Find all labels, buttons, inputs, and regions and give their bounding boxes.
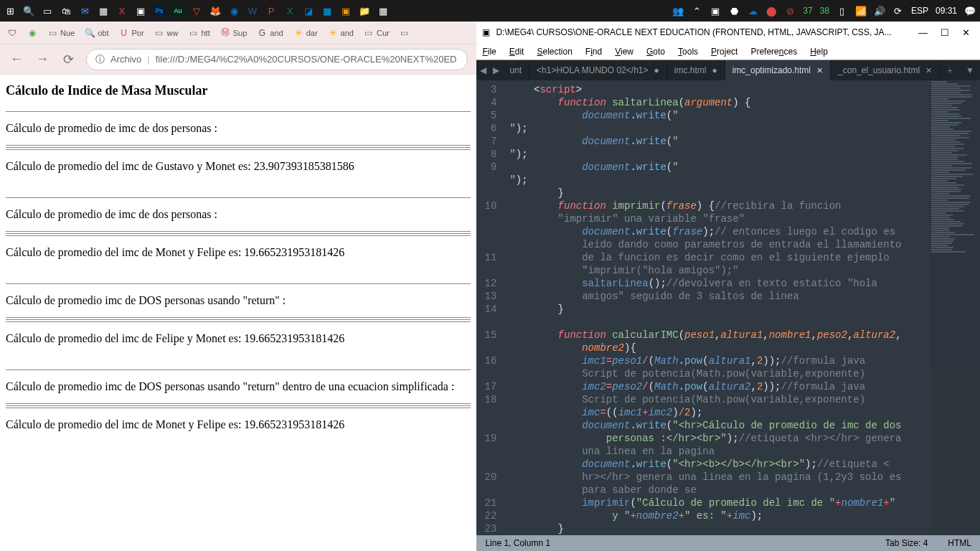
reload-button[interactable]: ⟳	[60, 52, 76, 67]
menu-help[interactable]: Help	[810, 47, 828, 57]
start-icon[interactable]: ⊞	[4, 5, 16, 17]
address-bar[interactable]: ⓘ Archivo | file:///D:/MEG4/%C2%A0%20CUR…	[86, 49, 468, 70]
divider	[6, 405, 471, 406]
language-indicator[interactable]: ESP	[911, 6, 928, 16]
tab-shield[interactable]: 🛡	[3, 24, 22, 42]
info-icon: ⓘ	[95, 53, 105, 66]
maximize-button[interactable]: ☐	[941, 27, 949, 38]
people-icon[interactable]: 👥	[672, 5, 684, 17]
editor-body[interactable]: 3456789 10 11 121314 15 16 1718 19 20 21…	[476, 80, 980, 535]
close-button[interactable]: ✕	[962, 27, 970, 38]
tab-next-icon[interactable]: ▶	[489, 65, 502, 75]
editor-tab[interactable]: imc.html●	[667, 60, 725, 80]
notifications-icon[interactable]: 💬	[964, 5, 976, 17]
powerpoint-icon[interactable]: P	[265, 5, 277, 17]
onedrive-icon[interactable]: ☁	[747, 5, 758, 17]
editor-tab[interactable]: unt	[502, 60, 529, 80]
menu-tools[interactable]: Tools	[678, 47, 698, 57]
app-icon-3[interactable]: ▦	[321, 5, 333, 17]
tab-label: and	[341, 29, 354, 37]
battery-icon[interactable]: ▯	[837, 5, 848, 17]
tab-overflow[interactable]: ▭	[395, 24, 414, 42]
editor-tab[interactable]: _con_el_usuario.html✕	[831, 60, 940, 80]
menu-goto[interactable]: Goto	[646, 47, 665, 57]
divider	[6, 233, 471, 234]
editor-titlebar: ▣ D:\MEG4\ CURSOS\ONE-ORACLE NEXT EDUCAT…	[476, 22, 980, 43]
browser-tab[interactable]: UPor	[114, 24, 148, 42]
chevron-up-icon[interactable]: ⌃	[691, 5, 702, 17]
word-icon[interactable]: W	[247, 5, 258, 17]
tab-label: unt	[509, 65, 522, 75]
line-gutter: 3456789 10 11 121314 15 16 1718 19 20 21…	[476, 80, 507, 535]
browser-tab[interactable]: ✳and	[324, 24, 358, 42]
wifi-icon[interactable]: 📶	[855, 5, 867, 17]
close-tab-icon[interactable]: ✕	[925, 66, 932, 75]
browser-tab[interactable]: ▭ww	[150, 24, 183, 42]
browser-tab[interactable]: ▭htt	[184, 24, 215, 42]
tab-label: imc.html	[674, 65, 707, 75]
browser-tab[interactable]: ▭Nue	[43, 24, 79, 42]
status-language[interactable]: HTML	[948, 538, 971, 548]
browser-tab[interactable]: Gand	[253, 24, 287, 42]
browser-tab[interactable]: 🔍obt	[80, 24, 113, 42]
page-icon: ▭	[364, 28, 374, 38]
menu-preferences[interactable]: Preferences	[750, 47, 797, 57]
browser-tab[interactable]: ▭Cur	[359, 24, 394, 42]
edge-icon[interactable]: ◉	[228, 5, 240, 17]
search-icon[interactable]: 🔍	[23, 5, 34, 17]
sync-icon[interactable]: ⟳	[892, 5, 904, 17]
volume-icon[interactable]: 🔊	[874, 5, 885, 17]
tab-home[interactable]: ◉	[23, 24, 42, 42]
app-icon-2[interactable]: ▣	[135, 5, 146, 17]
editor-tab[interactable]: <h1>HOLA MUNDO 02</h1>●	[529, 60, 667, 80]
code-area[interactable]: <script> function saltarLinea(argument) …	[507, 80, 980, 535]
forward-button[interactable]: →	[34, 52, 50, 67]
minimap[interactable]	[930, 80, 980, 535]
excel-icon[interactable]: X	[284, 5, 296, 17]
menu-file[interactable]: File	[482, 47, 496, 57]
menu-view[interactable]: View	[615, 47, 633, 57]
browser-tab[interactable]: ⓂSup	[216, 24, 252, 42]
vscode-icon[interactable]: ◪	[303, 5, 314, 17]
photoshop-icon[interactable]: Ps	[154, 5, 165, 17]
u-icon: U	[118, 28, 128, 38]
divider	[6, 147, 471, 148]
store-icon[interactable]: 🛍	[60, 5, 72, 17]
audition-icon[interactable]: Au	[172, 5, 184, 17]
tab-menu-icon[interactable]: ▼	[960, 65, 980, 75]
explorer-icon[interactable]: 📁	[359, 5, 370, 17]
minimize-button[interactable]: —	[918, 27, 928, 38]
menu-find[interactable]: Find	[585, 47, 602, 57]
tab-label: _con_el_usuario.html	[838, 65, 920, 75]
status-tabsize[interactable]: Tab Size: 4	[885, 538, 928, 548]
close-tab-icon[interactable]: ✕	[816, 66, 823, 75]
brave-icon[interactable]: ▽	[191, 5, 202, 17]
tray-icon-2[interactable]: ⬣	[728, 5, 740, 17]
tab-label: <h1>HOLA MUNDO 02</h1>	[537, 65, 648, 75]
taskview-icon[interactable]: ▭	[42, 5, 53, 17]
mail-icon[interactable]: ✉	[79, 5, 90, 17]
divider	[6, 149, 471, 150]
clock[interactable]: 09:31	[936, 6, 957, 16]
editor-tab-active[interactable]: imc_optimizado.html✕	[725, 60, 831, 80]
browser-tab[interactable]: ✳dar	[289, 24, 322, 42]
page-text: Cálculo de promedio imc de DOS personas …	[6, 380, 471, 393]
browser-viewport: Cálculo de Indice de Masa Muscular Cálcu…	[0, 75, 476, 551]
window-title: D:\MEG4\ CURSOS\ONE-ORACLE NEXT EDUCATIO…	[496, 27, 913, 37]
tab-prev-icon[interactable]: ◀	[476, 65, 489, 75]
back-button[interactable]: ←	[9, 52, 24, 67]
new-tab-button[interactable]: ＋	[940, 65, 960, 77]
x-app-icon[interactable]: X	[116, 5, 128, 17]
browser-window: 🛡 ◉ ▭Nue 🔍obt UPor ▭ww ▭htt ⓂSup Gand ✳d…	[0, 22, 476, 551]
firefox-icon[interactable]: 🦊	[209, 5, 221, 17]
sublime-icon[interactable]: ▣	[340, 5, 352, 17]
menu-project[interactable]: Project	[711, 47, 738, 57]
tray-icon[interactable]: ▣	[710, 5, 721, 17]
app-icon[interactable]: ▦	[98, 5, 109, 17]
tray-icon-3[interactable]: ⬤	[765, 5, 777, 17]
menu-edit[interactable]: Edit	[509, 47, 524, 57]
status-cursor[interactable]: Line 1, Column 1	[485, 538, 550, 548]
menu-selection[interactable]: Selection	[537, 47, 572, 57]
tray-icon-4[interactable]: ⊘	[784, 5, 796, 17]
app-icon-4[interactable]: ▦	[377, 5, 389, 17]
